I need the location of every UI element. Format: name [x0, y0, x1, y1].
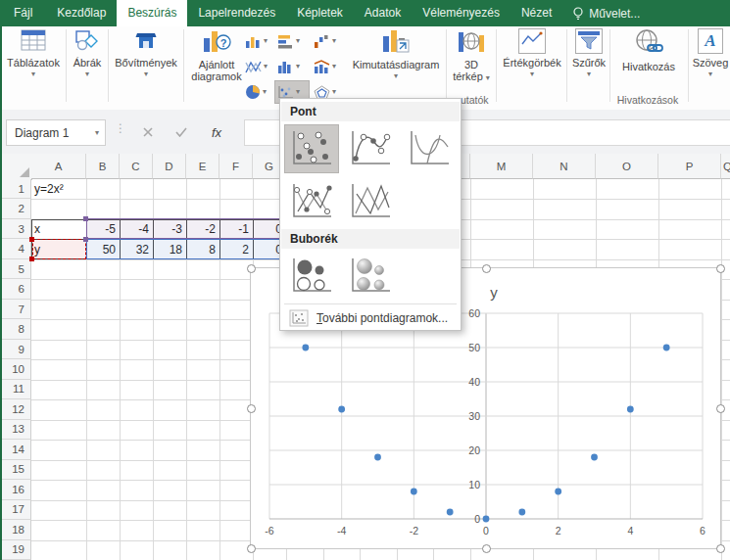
insert-pie-chart-button[interactable]: ▾: [243, 81, 276, 103]
data-point[interactable]: [555, 489, 561, 495]
row-header-13[interactable]: 13: [0, 420, 31, 440]
more-scatter-charts-item[interactable]: További pontdiagramok...: [281, 306, 460, 330]
data-point[interactable]: [338, 406, 345, 413]
row-header-19[interactable]: 19: [0, 540, 31, 560]
row-header-12[interactable]: 12: [0, 399, 31, 419]
column-header-D[interactable]: D: [153, 154, 186, 179]
histogram-icon: [277, 60, 294, 74]
column-header-P[interactable]: P: [658, 154, 721, 179]
chevron-down-icon[interactable]: ▾: [95, 129, 99, 137]
menu-item-bubble-3d[interactable]: [343, 252, 398, 301]
column-header-F[interactable]: F: [219, 154, 253, 179]
name-box[interactable]: Diagram 1 ▾: [6, 119, 106, 146]
chart-series-name-highlight[interactable]: [32, 239, 86, 259]
row-header-6[interactable]: 6: [0, 279, 31, 299]
column-header-A[interactable]: A: [31, 154, 86, 179]
chart-resize-handle[interactable]: [247, 404, 256, 413]
data-point[interactable]: [302, 345, 309, 351]
tables-button[interactable]: Táblázatok ▾: [4, 28, 63, 107]
data-point[interactable]: [663, 345, 670, 351]
data-point[interactable]: [627, 406, 634, 413]
column-header-O[interactable]: O: [596, 154, 658, 179]
tab-view[interactable]: Nézet: [511, 0, 562, 26]
insert-histogram-chart-button[interactable]: ▾: [275, 56, 309, 77]
range-handle[interactable]: [29, 237, 34, 242]
range-handle[interactable]: [83, 216, 88, 221]
menu-item-bubble[interactable]: [284, 252, 339, 301]
row-header-2[interactable]: 2: [0, 199, 31, 218]
tell-me-box[interactable]: Művelet...: [562, 0, 650, 26]
chart-x-range-highlight[interactable]: [86, 218, 286, 239]
formula-bar-splitter[interactable]: ⋮: [115, 121, 126, 135]
data-point[interactable]: [518, 509, 525, 516]
menu-item-scatter-smooth-markers[interactable]: [343, 124, 398, 173]
column-header-Q[interactable]: Q: [721, 154, 730, 179]
tab-formulas[interactable]: Képletek: [286, 0, 354, 26]
row-header-14[interactable]: 14: [0, 440, 31, 459]
row-header-10[interactable]: 10: [0, 359, 31, 379]
row-header-11[interactable]: 11: [0, 380, 31, 399]
range-handle[interactable]: [29, 257, 34, 261]
tab-review[interactable]: Véleményezés: [412, 0, 511, 26]
column-header-N[interactable]: N: [533, 154, 596, 179]
menu-item-scatter-smooth[interactable]: [402, 124, 457, 173]
tab-home[interactable]: Kezdőlap: [46, 0, 117, 26]
tab-data[interactable]: Adatok: [354, 0, 412, 26]
data-point[interactable]: [591, 454, 598, 461]
row-header-8[interactable]: 8: [0, 319, 31, 339]
chart-resize-handle[interactable]: [247, 544, 256, 553]
insert-waterfall-chart-button[interactable]: ▾: [312, 30, 345, 52]
menu-item-scatter-straight-markers[interactable]: [284, 177, 339, 226]
range-handle[interactable]: [83, 237, 88, 242]
chart-resize-handle[interactable]: [482, 544, 491, 553]
enter-button[interactable]: [169, 121, 194, 143]
addins-button[interactable]: Bővítmények ▾: [110, 28, 182, 107]
chart-y-range-highlight[interactable]: [86, 239, 286, 259]
tab-page-layout[interactable]: Lapelrendezés: [187, 0, 286, 26]
group-separator: [446, 29, 447, 102]
menu-item-scatter-straight[interactable]: [343, 177, 398, 226]
column-header-E[interactable]: E: [186, 154, 219, 179]
column-header-B[interactable]: B: [86, 154, 120, 179]
text-button[interactable]: A Szöveg ▾: [691, 28, 730, 107]
row-header-17[interactable]: 17: [0, 500, 31, 520]
chart-resize-handle[interactable]: [716, 404, 725, 413]
row-header-9[interactable]: 9: [0, 340, 31, 359]
data-point[interactable]: [447, 509, 454, 516]
row-header-18[interactable]: 18: [0, 520, 31, 539]
data-point[interactable]: [374, 454, 381, 461]
recommended-charts-button[interactable]: ? Ajánlott diagramok: [186, 28, 247, 107]
select-all-button[interactable]: [0, 154, 32, 180]
pivot-chart-button[interactable]: Kimutatásdiagram ▾: [345, 28, 447, 107]
insert-line-chart-button[interactable]: ▾: [243, 56, 276, 77]
chart-resize-handle[interactable]: [716, 544, 725, 553]
insert-combo-chart-button[interactable]: ▾: [312, 56, 345, 77]
tab-insert[interactable]: Beszúrás: [117, 0, 187, 26]
filters-label: Szűrők: [568, 57, 609, 69]
chart-resize-handle[interactable]: [482, 264, 491, 273]
chart-resize-handle[interactable]: [716, 264, 725, 273]
insert-function-button[interactable]: fx: [204, 121, 229, 143]
insert-bar-chart-button[interactable]: ▾: [275, 30, 309, 52]
column-header-C[interactable]: C: [120, 154, 153, 179]
row-header-15[interactable]: 15: [0, 460, 31, 480]
data-point[interactable]: [411, 489, 417, 495]
row-header-1[interactable]: 1: [0, 179, 31, 199]
cell-A1[interactable]: y=2x²: [31, 179, 86, 199]
row-header-7[interactable]: 7: [0, 300, 31, 319]
row-header-16[interactable]: 16: [0, 480, 31, 499]
insert-column-chart-button[interactable]: ▾: [243, 30, 276, 52]
chart-title[interactable]: y: [490, 284, 498, 301]
row-header-3[interactable]: 3: [0, 219, 31, 239]
data-point[interactable]: [483, 516, 490, 523]
row-header-5[interactable]: 5: [0, 259, 31, 279]
column-header-M[interactable]: M: [470, 154, 533, 179]
tab-file[interactable]: Fájl: [0, 0, 46, 26]
combo-chart-icon: [314, 60, 330, 74]
chart-resize-handle[interactable]: [247, 264, 256, 273]
menu-item-scatter[interactable]: [284, 124, 339, 173]
scatter-smooth-markers-icon: [349, 129, 392, 168]
illustrations-button[interactable]: Ábrák ▾: [68, 28, 107, 107]
cancel-button[interactable]: [135, 121, 161, 143]
row-header-4[interactable]: 4: [0, 239, 31, 258]
